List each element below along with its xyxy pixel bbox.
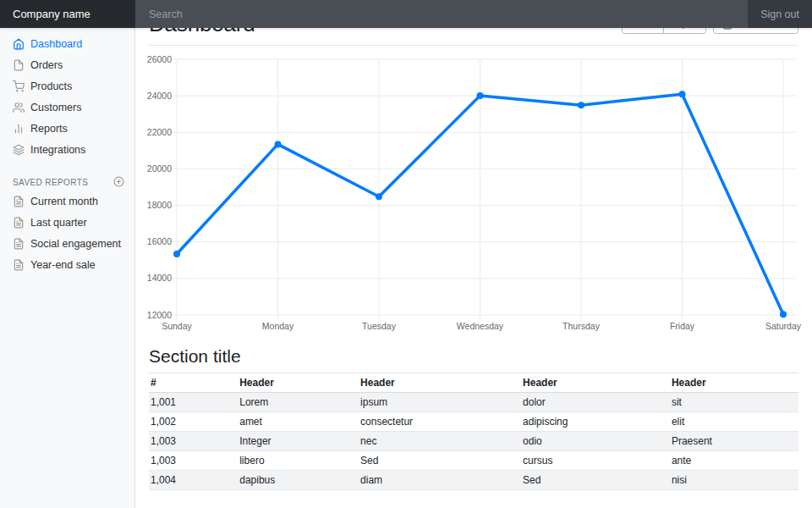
sidebar-item-label: Orders — [30, 59, 63, 71]
shopping-cart-icon — [13, 80, 25, 92]
brand-link[interactable]: Company name — [0, 0, 135, 28]
sales-line-chart: 1200014000160001800020000220002400026000… — [149, 52, 798, 334]
file-text-icon — [13, 196, 25, 207]
table-cell: 1,004 — [149, 471, 238, 490]
saved-report-label: Social engagement — [30, 238, 121, 250]
table-head: #HeaderHeaderHeaderHeader — [149, 373, 798, 393]
table-cell: ante — [670, 451, 798, 471]
table-row: 1,001Loremipsumdolorsit — [149, 393, 798, 412]
layers-icon — [13, 144, 25, 156]
table-body: 1,001Loremipsumdolorsit1,002ametconsecte… — [149, 393, 798, 490]
table-cell: odio — [521, 432, 670, 451]
table-cell: nec — [359, 432, 521, 451]
table-row: 1,004dapibusdiamSednisi — [149, 471, 798, 490]
bar-chart-icon — [13, 123, 25, 135]
chart-point — [477, 92, 484, 99]
sidebar-item-orders[interactable]: Orders — [0, 54, 135, 75]
saved-report-year-end-sale[interactable]: Year-end sale — [0, 254, 135, 275]
chart-point — [275, 141, 282, 147]
svg-text:14000: 14000 — [147, 273, 172, 283]
chart-point — [679, 91, 686, 97]
data-table: #HeaderHeaderHeaderHeader 1,001Loremipsu… — [149, 373, 798, 490]
saved-reports-nav: Current monthLast quarterSocial engageme… — [0, 190, 135, 275]
chart-point — [173, 251, 180, 257]
saved-reports-heading: Saved reports — [0, 174, 135, 190]
saved-report-social-engagement[interactable]: Social engagement — [0, 233, 135, 254]
table-row: 1,003IntegernecodioPraesent — [149, 432, 798, 451]
table-cell: dolor — [521, 393, 670, 412]
table-row: 1,002ametconsecteturadipiscingelit — [149, 412, 798, 432]
svg-text:Tuesday: Tuesday — [362, 321, 397, 331]
table-cell: sit — [670, 393, 798, 412]
svg-text:Saturday: Saturday — [765, 321, 802, 331]
sidebar-item-label: Dashboard — [30, 38, 82, 50]
table-cell: 1,003 — [149, 432, 238, 451]
svg-text:Friday: Friday — [670, 321, 695, 331]
table-cell: Lorem — [238, 393, 359, 412]
table-cell: dapibus — [238, 471, 359, 490]
sidebar-item-integrations[interactable]: Integrations — [0, 139, 135, 160]
chart-point — [780, 311, 787, 318]
add-report-button[interactable] — [113, 176, 124, 189]
table-cell: Sed — [521, 471, 670, 490]
table-cell: 1,001 — [149, 393, 238, 412]
sidebar: DashboardOrdersProductsCustomersReportsI… — [0, 28, 135, 508]
table-cell: 1,002 — [149, 412, 238, 432]
chart-point — [578, 102, 584, 108]
saved-report-last-quarter[interactable]: Last quarter — [0, 212, 135, 233]
table-cell: ipsum — [359, 393, 521, 412]
section-title: Section title — [149, 346, 798, 367]
chart-point — [376, 193, 382, 200]
saved-reports-label: Saved reports — [13, 178, 88, 187]
svg-text:18000: 18000 — [147, 200, 172, 210]
file-text-icon — [13, 259, 25, 271]
svg-text:16000: 16000 — [147, 236, 172, 246]
svg-text:Thursday: Thursday — [562, 321, 601, 331]
table-header-cell: Header — [359, 373, 521, 393]
sidebar-nav: DashboardOrdersProductsCustomersReportsI… — [0, 33, 135, 160]
sidebar-item-label: Reports — [30, 123, 68, 135]
svg-text:26000: 26000 — [147, 54, 172, 64]
home-icon — [13, 38, 25, 50]
svg-text:24000: 24000 — [147, 91, 172, 101]
saved-report-label: Current month — [30, 196, 98, 207]
table-cell: nisi — [670, 471, 798, 490]
file-text-icon — [13, 238, 25, 250]
table-header-cell: Header — [670, 373, 798, 393]
sidebar-item-customers[interactable]: Customers — [0, 97, 135, 118]
svg-text:22000: 22000 — [147, 127, 172, 137]
table-cell: Sed — [359, 451, 521, 471]
table-cell: diam — [359, 471, 521, 490]
sidebar-item-products[interactable]: Products — [0, 75, 135, 97]
sign-out-link[interactable]: Sign out — [748, 0, 812, 28]
table-row: 1,003liberoSedcursusante — [149, 451, 798, 471]
saved-report-label: Last quarter — [30, 217, 87, 229]
table-cell: adipiscing — [521, 412, 670, 432]
table-header-cell: # — [149, 373, 238, 393]
table-header-cell: Header — [521, 373, 670, 393]
table-header-cell: Header — [238, 373, 359, 393]
search-input[interactable] — [135, 0, 748, 28]
main-content: Dashboard Share Export This week 1200014… — [135, 0, 812, 490]
table-cell: elit — [670, 412, 798, 432]
table-cell: Integer — [238, 432, 359, 451]
file-icon — [13, 59, 25, 71]
sidebar-item-label: Products — [30, 80, 72, 92]
table-cell: libero — [238, 451, 359, 471]
chart-canvas: 1200014000160001800020000220002400026000… — [149, 52, 798, 334]
file-text-icon — [13, 217, 25, 229]
saved-report-current-month[interactable]: Current month — [0, 190, 135, 212]
sidebar-item-dashboard[interactable]: Dashboard — [0, 33, 135, 54]
saved-report-label: Year-end sale — [30, 259, 96, 271]
users-icon — [13, 102, 25, 113]
plus-circle-icon — [113, 176, 124, 187]
sidebar-item-label: Customers — [30, 102, 81, 113]
svg-text:Wednesday: Wednesday — [457, 321, 504, 331]
svg-text:20000: 20000 — [147, 163, 172, 174]
sidebar-item-reports[interactable]: Reports — [0, 118, 135, 139]
svg-text:Monday: Monday — [262, 321, 294, 331]
table-cell: amet — [238, 412, 359, 432]
table-cell: 1,003 — [149, 451, 238, 471]
table-cell: Praesent — [670, 432, 798, 451]
svg-text:12000: 12000 — [147, 310, 172, 320]
